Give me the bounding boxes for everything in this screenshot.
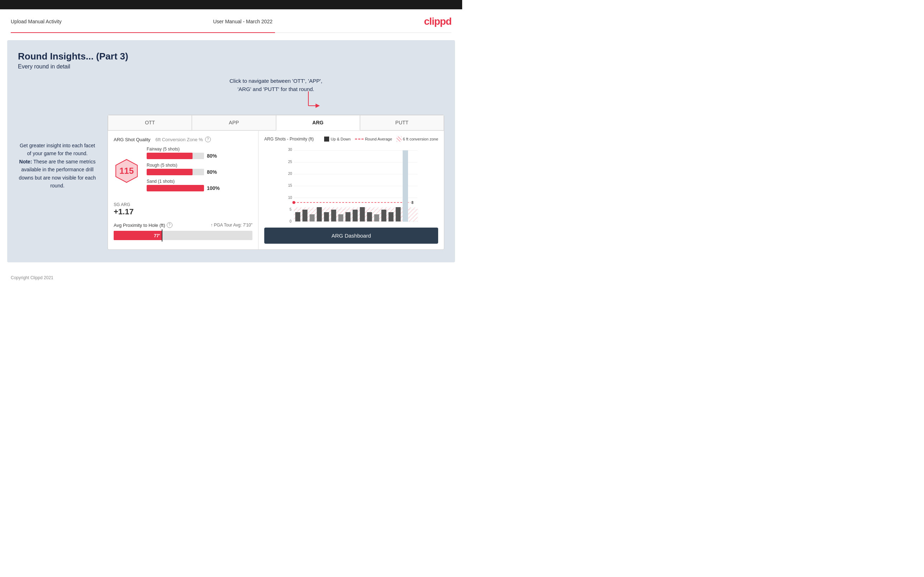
svg-text:0: 0 — [290, 219, 292, 223]
header: Upload Manual Activity User Manual - Mar… — [0, 9, 462, 32]
arg-dashboard-button[interactable]: ARG Dashboard — [264, 227, 438, 244]
nav-hint-text: Click to navigate between 'OTT', 'APP', … — [108, 77, 444, 93]
chart-title: ARG Shots - Proximity (ft) — [264, 137, 314, 142]
bar-5 — [324, 212, 329, 221]
header-divider — [11, 32, 451, 33]
legend-conversion-zone: 6 ft conversion zone — [397, 137, 438, 142]
rough-bar-track — [147, 169, 204, 175]
fairway-label: Fairway (5 shots) — [147, 147, 252, 152]
proximity-section: Avg Proximity to Hole (ft) ? ↑ PGA Tour … — [114, 222, 252, 240]
hex-badge-area: 115 Fairway (5 shots) — [114, 147, 252, 195]
legend-round-avg: Round Average — [355, 137, 392, 141]
sg-value: +1.17 — [114, 207, 252, 216]
help-icon[interactable]: ? — [205, 137, 211, 142]
bar-7 — [338, 214, 344, 221]
svg-text:5: 5 — [290, 208, 292, 211]
main-card: OTT APP ARG PUTT ARG Shot Quality 6ft Co… — [108, 115, 444, 250]
sand-label: Sand (1 shots) — [147, 179, 252, 184]
card-right: ARG Shots - Proximity (ft) Up & Down Rou… — [258, 131, 444, 250]
hex-value: 115 — [120, 166, 134, 176]
bar-3 — [310, 214, 315, 221]
tab-arg[interactable]: ARG — [276, 115, 360, 131]
card-left: ARG Shot Quality 6ft Conversion Zone % ? — [108, 131, 258, 250]
proximity-bar-fill: 77' — [114, 231, 162, 240]
footer: Copyright Clippd 2021 — [0, 269, 462, 286]
proximity-label: Avg Proximity to Hole (ft) ? — [114, 222, 173, 228]
tab-ott[interactable]: OTT — [108, 115, 192, 131]
sand-bar-fill — [147, 185, 204, 191]
svg-text:8: 8 — [412, 201, 414, 205]
rough-bar-fill — [147, 169, 192, 175]
proximity-header: Avg Proximity to Hole (ft) ? ↑ PGA Tour … — [114, 222, 252, 228]
bar-14 — [389, 212, 394, 221]
nav-hint: Click to navigate between 'OTT', 'APP', … — [108, 77, 444, 93]
card-body: ARG Shot Quality 6ft Conversion Zone % ? — [108, 131, 444, 250]
right-area: Click to navigate between 'OTT', 'APP', … — [108, 77, 444, 250]
bar-9 — [353, 210, 358, 221]
bar-12 — [374, 214, 380, 221]
hex-badge: 115 — [114, 158, 139, 184]
copyright: Copyright Clippd 2021 — [11, 275, 53, 280]
fairway-pct: 80% — [207, 153, 217, 159]
page-title: User Manual - March 2022 — [213, 19, 273, 24]
legend-dash-icon — [355, 139, 363, 139]
bar-2 — [303, 210, 308, 221]
shot-row-sand: Sand (1 shots) 100% — [147, 179, 252, 191]
main-title: Round Insights... (Part 3) — [18, 51, 444, 62]
rough-pct: 80% — [207, 169, 217, 175]
sand-pct: 100% — [207, 185, 220, 191]
chart-svg: 0 5 10 15 20 25 30 — [264, 144, 438, 223]
annotation-arrow — [305, 91, 326, 116]
legend-box-icon — [324, 137, 329, 142]
pga-label: ↑ PGA Tour Avg: 7'10" — [210, 222, 252, 227]
sand-bar-track — [147, 185, 204, 191]
top-bar — [0, 0, 462, 9]
svg-marker-2 — [315, 103, 320, 108]
legend-hatch-icon — [397, 137, 402, 142]
tab-app[interactable]: APP — [192, 115, 276, 131]
chart-header: ARG Shots - Proximity (ft) Up & Down Rou… — [264, 137, 438, 142]
bar-4 — [317, 207, 322, 221]
shot-row-rough: Rough (5 shots) 80% — [147, 163, 252, 175]
round-avg-dot — [292, 201, 296, 204]
bar-6 — [331, 210, 336, 221]
legend-up-down: Up & Down — [324, 137, 351, 142]
svg-text:25: 25 — [288, 160, 292, 164]
proximity-bar-track: 77' — [114, 231, 252, 240]
sg-label: SG ARG — [114, 202, 252, 207]
bar-15 — [396, 207, 401, 221]
tab-putt[interactable]: PUTT — [360, 115, 444, 131]
legend-round-avg-label: Round Average — [365, 137, 392, 141]
legend-conversion-zone-label: 6 ft conversion zone — [403, 137, 438, 141]
proximity-help-icon[interactable]: ? — [167, 222, 173, 228]
shot-quality-bars: Fairway (5 shots) 80% Rou — [147, 147, 252, 195]
svg-text:15: 15 — [288, 184, 292, 187]
shot-row-fairway: Fairway (5 shots) 80% — [147, 147, 252, 159]
bar-10 — [360, 207, 365, 221]
content-layout: Get greater insight into each facet of y… — [18, 77, 444, 250]
fairway-bar-track — [147, 153, 204, 159]
tab-bar: OTT APP ARG PUTT — [108, 115, 444, 131]
bar-16-tall — [403, 150, 408, 221]
fairway-bar-fill — [147, 153, 192, 159]
svg-text:10: 10 — [288, 196, 292, 200]
sg-section: SG ARG +1.17 — [114, 202, 252, 216]
bar-1 — [296, 212, 300, 221]
bar-8 — [346, 212, 351, 221]
left-panel: Get greater insight into each facet of y… — [18, 77, 97, 190]
rough-label: Rough (5 shots) — [147, 163, 252, 168]
bar-11 — [367, 212, 372, 221]
section-label: ARG Shot Quality 6ft Conversion Zone % ? — [114, 137, 252, 142]
legend-up-down-label: Up & Down — [331, 137, 351, 141]
logo: clippd — [424, 16, 451, 27]
upload-manual-link[interactable]: Upload Manual Activity — [11, 19, 62, 24]
proximity-cursor — [162, 229, 162, 242]
svg-text:20: 20 — [288, 172, 292, 176]
chart-area: 0 5 10 15 20 25 30 — [264, 144, 438, 223]
chart-legend: Up & Down Round Average 6 ft conversion … — [324, 137, 438, 142]
main-subtitle: Every round in detail — [18, 63, 444, 70]
main-content: Round Insights... (Part 3) Every round i… — [7, 40, 455, 262]
bar-13 — [381, 210, 386, 221]
svg-text:30: 30 — [288, 148, 292, 152]
left-description: Get greater insight into each facet of y… — [18, 142, 97, 190]
